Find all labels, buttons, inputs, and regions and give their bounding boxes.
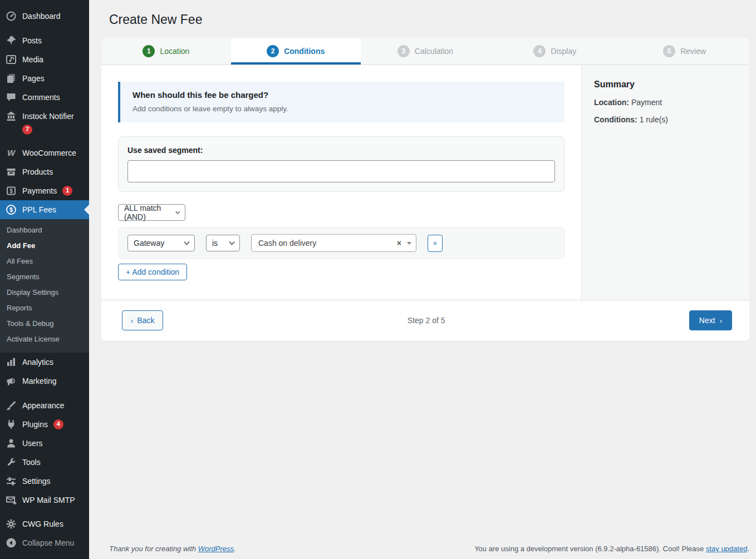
collapse-menu-button[interactable]: Collapse Menu bbox=[0, 533, 89, 552]
collapse-menu-label: Collapse Menu bbox=[22, 537, 74, 548]
condition-field-value: Gateway bbox=[134, 239, 164, 248]
condition-value-select[interactable]: Cash on delivery × bbox=[251, 234, 416, 252]
sidebar-item-label: Tools bbox=[22, 457, 41, 468]
wordpress-link[interactable]: WordPress bbox=[198, 545, 234, 553]
step-number-badge: 3 bbox=[397, 45, 410, 57]
condition-operator-select[interactable]: is bbox=[206, 235, 240, 251]
sidebar-item-label: WooCommerce bbox=[22, 147, 76, 159]
svg-text:$: $ bbox=[9, 188, 13, 194]
submenu-item-all-fees[interactable]: All Fees bbox=[0, 254, 89, 269]
brush-icon bbox=[6, 400, 17, 411]
sidebar-item-label: Instock Notifier bbox=[22, 111, 74, 122]
summary-conditions-row: Conditions: 1 rule(s) bbox=[594, 115, 737, 124]
sidebar-item-appearance[interactable]: Appearance bbox=[0, 396, 89, 415]
admin-footer: Thank you for creating with WordPress. Y… bbox=[89, 545, 756, 559]
next-button[interactable]: Next › bbox=[689, 310, 732, 330]
footer-thank-you: Thank you for creating with WordPress. bbox=[109, 545, 236, 553]
summary-panel: Summary Location: Payment Conditions: 1 … bbox=[581, 65, 749, 300]
sidebar-item-label: Comments bbox=[22, 92, 60, 103]
comment-bubble-icon bbox=[6, 92, 17, 103]
sidebar-item-label: Payments bbox=[22, 185, 57, 196]
remove-condition-button[interactable]: × bbox=[428, 235, 443, 252]
sidebar-item-products[interactable]: Products bbox=[0, 162, 89, 181]
step-number-badge: 2 bbox=[267, 45, 279, 57]
sidebar-item-wp-mail-smtp[interactable]: WP Mail SMTP bbox=[0, 491, 89, 509]
summary-conditions-label: Conditions: bbox=[594, 115, 637, 124]
media-icon bbox=[6, 54, 17, 65]
sidebar-item-users[interactable]: Users bbox=[0, 434, 89, 453]
plug-icon bbox=[6, 419, 17, 430]
sidebar-item-ppl-fees[interactable]: $ PPL Fees bbox=[0, 200, 89, 219]
summary-title: Summary bbox=[594, 80, 737, 90]
sidebar-item-posts[interactable]: Posts bbox=[0, 31, 89, 50]
menu-separator bbox=[0, 26, 89, 31]
submenu-item-dashboard[interactable]: Dashboard bbox=[0, 222, 89, 238]
sidebar-item-analytics[interactable]: Analytics bbox=[0, 353, 89, 372]
tab-display[interactable]: 4 Display bbox=[490, 38, 620, 65]
sidebar-item-comments[interactable]: Comments bbox=[0, 88, 89, 107]
submenu-item-add-fee[interactable]: Add Fee bbox=[0, 238, 89, 254]
back-button-label: Back bbox=[137, 316, 154, 325]
sidebar-item-media[interactable]: Media bbox=[0, 50, 89, 69]
sidebar-item-payments[interactable]: $ Payments 1 bbox=[0, 181, 89, 200]
info-box: When should this fee be charged? Add con… bbox=[118, 82, 564, 122]
summary-location-value: Payment bbox=[629, 98, 662, 107]
submenu-item-segments[interactable]: Segments bbox=[0, 269, 89, 285]
submenu-item-reports[interactable]: Reports bbox=[0, 300, 89, 316]
chevron-right-icon: › bbox=[720, 317, 722, 324]
conditions-step-panel: When should this fee be charged? Add con… bbox=[101, 65, 581, 300]
tab-conditions[interactable]: 2 Conditions bbox=[231, 38, 361, 65]
fee-wizard-card: 1 Location 2 Conditions 3 Calculation 4 … bbox=[101, 38, 749, 341]
ppl-fees-submenu: Dashboard Add Fee All Fees Segments Disp… bbox=[0, 219, 89, 353]
sidebar-item-plugins[interactable]: Plugins 4 bbox=[0, 415, 89, 434]
footer-version: You are using a development version (6.9… bbox=[474, 545, 749, 553]
plugins-badge: 4 bbox=[53, 419, 63, 429]
sidebar-item-woocommerce[interactable]: W WooCommerce bbox=[0, 144, 89, 162]
sidebar-item-instock-notifier[interactable]: Instock Notifier 7 bbox=[0, 107, 89, 138]
wrench-icon bbox=[6, 457, 17, 468]
back-button[interactable]: ‹ Back bbox=[122, 310, 163, 330]
clear-selection-icon[interactable]: × bbox=[397, 239, 401, 248]
menu-separator bbox=[0, 138, 89, 144]
sidebar-item-label: Products bbox=[22, 166, 53, 177]
tab-location[interactable]: 1 Location bbox=[101, 38, 231, 65]
condition-row: Gateway is Cash on delivery × × bbox=[118, 227, 564, 259]
match-type-value: ALL match (AND) bbox=[124, 204, 171, 221]
dollar-circle-icon: $ bbox=[6, 204, 17, 215]
saved-segment-box: Use saved segment: bbox=[118, 136, 564, 192]
chevron-left-icon: ‹ bbox=[131, 317, 133, 324]
saved-segment-input[interactable] bbox=[127, 160, 555, 182]
instock-notifier-badge: 7 bbox=[22, 125, 32, 135]
add-condition-button[interactable]: + Add condition bbox=[118, 264, 187, 280]
sidebar-item-marketing[interactable]: Marketing bbox=[0, 372, 89, 390]
menu-separator bbox=[0, 390, 89, 396]
tab-calculation[interactable]: 3 Calculation bbox=[361, 38, 490, 65]
sidebar-item-label: Settings bbox=[22, 476, 51, 487]
info-box-subtitle: Add conditions or leave empty to always … bbox=[132, 105, 552, 113]
submenu-item-display-settings[interactable]: Display Settings bbox=[0, 285, 89, 300]
woocommerce-logo-icon: W bbox=[6, 147, 17, 159]
sidebar-item-settings[interactable]: Settings bbox=[0, 472, 89, 491]
current-menu-arrow-icon bbox=[84, 205, 89, 215]
stay-updated-link[interactable]: stay updated bbox=[706, 545, 747, 553]
summary-location-label: Location: bbox=[594, 98, 629, 107]
step-number-badge: 5 bbox=[663, 45, 675, 57]
submenu-item-activate-license[interactable]: Activate License bbox=[0, 332, 89, 347]
sidebar-item-label: Marketing bbox=[22, 375, 56, 387]
condition-field-select[interactable]: Gateway bbox=[127, 235, 195, 251]
collapse-arrow-icon bbox=[6, 537, 17, 548]
sidebar-item-label: Users bbox=[22, 438, 43, 449]
sidebar-item-dashboard[interactable]: Dashboard bbox=[0, 7, 89, 26]
tab-review[interactable]: 5 Review bbox=[620, 38, 749, 65]
dropdown-arrow-icon[interactable] bbox=[407, 242, 411, 245]
sidebar-item-label: Pages bbox=[22, 73, 45, 84]
submenu-item-tools-debug[interactable]: Tools & Debug bbox=[0, 316, 89, 332]
step-indicator: Step 2 of 5 bbox=[163, 316, 689, 325]
sidebar-item-cwg-rules[interactable]: CWG Rules bbox=[0, 515, 89, 533]
person-icon bbox=[6, 438, 17, 449]
sidebar-item-label: Dashboard bbox=[22, 11, 61, 22]
match-type-select[interactable]: ALL match (AND) bbox=[118, 204, 185, 221]
sidebar-item-pages[interactable]: Pages bbox=[0, 69, 89, 88]
sidebar-item-label: Analytics bbox=[22, 357, 53, 368]
sidebar-item-tools[interactable]: Tools bbox=[0, 453, 89, 472]
